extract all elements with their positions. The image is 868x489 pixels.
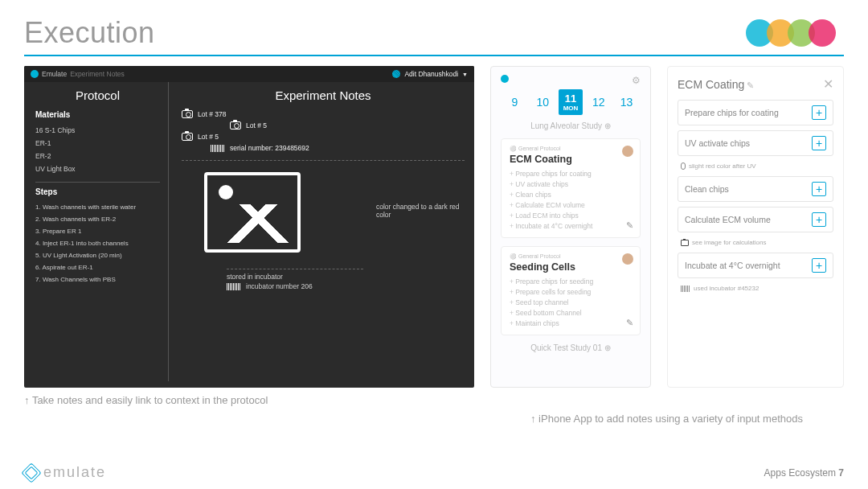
iphone-calendar-screenshot: ⚙ 9 10 11 MON 12 13 Lung Alveolar Study … bbox=[490, 66, 651, 388]
date-cell[interactable]: 9 bbox=[502, 96, 526, 109]
card-step: Prepare cells for seeding bbox=[510, 286, 632, 297]
step-item: 4. Inject ER-1 into both channels bbox=[35, 237, 160, 249]
camera-icon bbox=[182, 110, 193, 118]
caption-left: ↑ Take notes and easily link to context … bbox=[24, 394, 474, 406]
card-step: Incubate at 4°C overnight bbox=[510, 220, 632, 231]
avatar-icon bbox=[392, 70, 400, 78]
step-item: 1. Wash channels with sterile water bbox=[35, 201, 160, 213]
step-item: 2. Wash channels with ER-2 bbox=[35, 213, 160, 225]
card-title: Seeding Cells bbox=[510, 261, 632, 273]
material-item: ER-1 bbox=[35, 137, 160, 150]
app-name: Emulate bbox=[42, 70, 67, 78]
step-item: 7. Wash Channels with PBS bbox=[35, 273, 160, 286]
avatar-icon bbox=[622, 253, 633, 265]
lot-label: Lot # 5 bbox=[198, 133, 219, 141]
experiment-notes-screenshot: Emulate Experiment Notes Adit Dhanushkod… bbox=[24, 66, 474, 388]
step-row[interactable]: UV activate chips+ bbox=[678, 130, 833, 156]
notes-heading: Experiment Notes bbox=[182, 88, 465, 102]
card-step: Clean chips bbox=[510, 189, 632, 199]
app-logo-icon bbox=[501, 75, 509, 83]
material-item: 16 S-1 Chips bbox=[35, 124, 160, 137]
add-button[interactable]: + bbox=[812, 212, 826, 227]
card-step: Seed top channel bbox=[510, 297, 632, 307]
photo-note: see image for calculations bbox=[692, 239, 767, 246]
serial-number: serial number: 239485692 bbox=[230, 144, 309, 152]
step-item: 6. Aspirate out ER-1 bbox=[35, 261, 160, 273]
step-item: 5. UV Light Activation (20 min) bbox=[35, 249, 160, 261]
user-name: Adit Dhanushkodi bbox=[404, 70, 458, 78]
card-step: Prepare chips for coating bbox=[510, 168, 632, 179]
avatar-icon bbox=[622, 146, 633, 157]
card-tag: ⚪ General Protocol bbox=[510, 253, 632, 260]
brand-balls bbox=[752, 19, 836, 47]
image-annotation: color changed to a dark red color bbox=[376, 203, 465, 219]
card-step: Load ECM into chips bbox=[510, 210, 632, 220]
add-button[interactable]: + bbox=[812, 105, 826, 120]
emulate-logo-icon bbox=[21, 462, 41, 483]
protocol-heading: Protocol bbox=[35, 88, 160, 102]
add-button[interactable]: + bbox=[812, 258, 826, 273]
date-cell[interactable]: 12 bbox=[587, 96, 611, 109]
add-button[interactable]: + bbox=[812, 136, 826, 150]
incubator-number: incubator number 206 bbox=[246, 282, 313, 290]
iphone-notes-screenshot: ECM Coating ✎ ✕ Prepare chips for coatin… bbox=[667, 66, 844, 388]
expand-icon[interactable]: ⊕ bbox=[604, 121, 611, 130]
card-tag: ⚪ General Protocol bbox=[510, 146, 632, 152]
add-button[interactable]: + bbox=[812, 182, 826, 196]
steps-heading: Steps bbox=[35, 187, 160, 196]
material-item: UV Light Box bbox=[35, 162, 160, 175]
pencil-icon[interactable]: ✎ bbox=[747, 80, 754, 90]
card-step: UV activate chips bbox=[510, 179, 632, 189]
camera-icon bbox=[230, 121, 241, 129]
expand-icon[interactable]: ⊕ bbox=[604, 343, 611, 352]
card-step: Prepare chips for seeding bbox=[510, 276, 632, 286]
emulate-logo: emulate bbox=[24, 464, 106, 481]
title-divider bbox=[24, 55, 844, 56]
protocol-card[interactable]: ⚪ General Protocol ECM Coating Prepare c… bbox=[501, 138, 641, 238]
pencil-icon[interactable]: ✎ bbox=[626, 318, 633, 328]
app-logo-icon bbox=[31, 70, 39, 78]
step-item: 3. Prepare ER 1 bbox=[35, 225, 160, 237]
step-row[interactable]: Calculate ECM volume+ bbox=[678, 207, 833, 232]
page-number: Apps Ecosystem 7 bbox=[764, 467, 844, 479]
card-step: Maintain chips bbox=[510, 318, 632, 328]
materials-heading: Materials bbox=[35, 110, 160, 119]
protocol-card[interactable]: ⚪ General Protocol Seeding Cells Prepare… bbox=[501, 246, 641, 335]
stored-label: stored in incubator bbox=[227, 273, 363, 281]
step-row[interactable]: Prepare chips for coating+ bbox=[678, 100, 833, 125]
caption-right: ↑ iPhone App to add notes using a variet… bbox=[530, 413, 868, 425]
pencil-icon[interactable]: ✎ bbox=[626, 220, 633, 231]
app-subtitle: Experiment Notes bbox=[70, 70, 125, 78]
barcode-icon bbox=[211, 145, 225, 152]
card-step: Seed bottom Channel bbox=[510, 307, 632, 318]
date-cell[interactable]: 10 bbox=[530, 96, 555, 109]
date-cell[interactable]: 13 bbox=[615, 96, 639, 109]
study-name: Quick Test Study 01 bbox=[530, 343, 602, 352]
lot-label: Lot # 378 bbox=[198, 110, 226, 118]
step-row[interactable]: Clean chips+ bbox=[678, 176, 833, 202]
microphone-icon bbox=[681, 162, 686, 170]
date-cell-selected[interactable]: 11 MON bbox=[559, 89, 583, 115]
close-icon[interactable]: ✕ bbox=[823, 76, 833, 92]
study-name: Lung Alveolar Study bbox=[530, 121, 602, 130]
chevron-down-icon[interactable]: ▼ bbox=[462, 72, 468, 77]
card-step: Calculate ECM volume bbox=[510, 199, 632, 210]
step-row[interactable]: Incubate at 4°C overnight+ bbox=[678, 253, 833, 278]
voice-note: slight red color after UV bbox=[689, 162, 756, 170]
barcode-icon bbox=[227, 283, 241, 290]
card-title: ECM Coating bbox=[510, 154, 632, 165]
image-placeholder-icon bbox=[204, 172, 301, 253]
lot-label: Lot # 5 bbox=[246, 121, 267, 129]
camera-icon bbox=[681, 240, 689, 246]
slide-title: Execution bbox=[24, 16, 155, 50]
detail-title: ECM Coating bbox=[678, 78, 744, 91]
barcode-icon bbox=[681, 286, 690, 292]
gear-icon[interactable]: ⚙ bbox=[632, 75, 641, 86]
material-item: ER-2 bbox=[35, 150, 160, 162]
camera-icon bbox=[182, 133, 193, 141]
barcode-note: used incubator #45232 bbox=[694, 285, 759, 292]
